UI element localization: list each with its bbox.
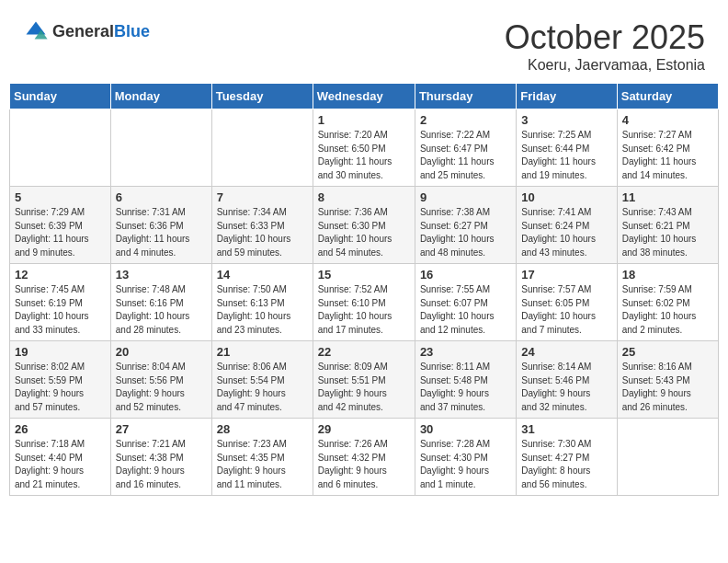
calendar-cell xyxy=(617,419,718,496)
day-number: 18 xyxy=(622,268,713,282)
calendar-table: SundayMondayTuesdayWednesdayThursdayFrid… xyxy=(9,83,719,496)
day-info: Sunrise: 7:43 AM Sunset: 6:21 PM Dayligh… xyxy=(622,206,713,259)
calendar-week-2: 5Sunrise: 7:29 AM Sunset: 6:39 PM Daylig… xyxy=(10,187,719,264)
calendar-cell: 21Sunrise: 8:06 AM Sunset: 5:54 PM Dayli… xyxy=(211,341,313,419)
day-number: 1 xyxy=(318,113,410,127)
month-title: October 2025 xyxy=(505,18,705,57)
calendar-cell xyxy=(10,109,111,187)
day-info: Sunrise: 8:02 AM Sunset: 5:59 PM Dayligh… xyxy=(15,361,106,414)
calendar-cell: 20Sunrise: 8:04 AM Sunset: 5:56 PM Dayli… xyxy=(110,341,211,419)
logo: GeneralBlue xyxy=(23,18,150,44)
day-info: Sunrise: 7:22 AM Sunset: 6:47 PM Dayligh… xyxy=(420,129,511,182)
day-info: Sunrise: 7:38 AM Sunset: 6:27 PM Dayligh… xyxy=(420,206,511,259)
calendar-cell: 18Sunrise: 7:59 AM Sunset: 6:02 PM Dayli… xyxy=(617,264,718,341)
day-number: 30 xyxy=(420,422,511,436)
day-number: 19 xyxy=(15,345,106,359)
day-info: Sunrise: 7:48 AM Sunset: 6:16 PM Dayligh… xyxy=(116,283,207,337)
day-number: 7 xyxy=(217,190,308,204)
day-info: Sunrise: 7:26 AM Sunset: 4:32 PM Dayligh… xyxy=(318,438,410,491)
day-info: Sunrise: 7:23 AM Sunset: 4:35 PM Dayligh… xyxy=(217,438,308,491)
day-info: Sunrise: 7:45 AM Sunset: 6:19 PM Dayligh… xyxy=(15,283,106,337)
calendar-header-sunday: Sunday xyxy=(10,84,111,109)
day-number: 24 xyxy=(521,345,611,359)
day-info: Sunrise: 7:20 AM Sunset: 6:50 PM Dayligh… xyxy=(318,129,410,182)
calendar-header-tuesday: Tuesday xyxy=(211,84,313,109)
calendar-cell: 11Sunrise: 7:43 AM Sunset: 6:21 PM Dayli… xyxy=(617,187,718,264)
day-info: Sunrise: 7:28 AM Sunset: 4:30 PM Dayligh… xyxy=(420,438,511,491)
calendar-week-5: 26Sunrise: 7:18 AM Sunset: 4:40 PM Dayli… xyxy=(10,419,719,496)
calendar-cell: 5Sunrise: 7:29 AM Sunset: 6:39 PM Daylig… xyxy=(10,187,111,264)
calendar-cell: 15Sunrise: 7:52 AM Sunset: 6:10 PM Dayli… xyxy=(313,264,415,341)
day-number: 27 xyxy=(116,422,207,436)
logo-general-text: General xyxy=(52,22,114,41)
calendar-cell: 19Sunrise: 8:02 AM Sunset: 5:59 PM Dayli… xyxy=(10,341,111,419)
day-number: 29 xyxy=(318,422,410,436)
calendar-cell: 30Sunrise: 7:28 AM Sunset: 4:30 PM Dayli… xyxy=(415,419,516,496)
calendar-header-saturday: Saturday xyxy=(617,84,718,109)
day-info: Sunrise: 7:29 AM Sunset: 6:39 PM Dayligh… xyxy=(15,206,106,259)
day-info: Sunrise: 7:55 AM Sunset: 6:07 PM Dayligh… xyxy=(420,283,511,337)
calendar-cell: 9Sunrise: 7:38 AM Sunset: 6:27 PM Daylig… xyxy=(415,187,516,264)
day-number: 26 xyxy=(15,422,106,436)
day-info: Sunrise: 7:36 AM Sunset: 6:30 PM Dayligh… xyxy=(318,206,410,259)
calendar-cell xyxy=(211,109,313,187)
calendar-cell: 25Sunrise: 8:16 AM Sunset: 5:43 PM Dayli… xyxy=(617,341,718,419)
calendar-cell: 23Sunrise: 8:11 AM Sunset: 5:48 PM Dayli… xyxy=(415,341,516,419)
location-title: Koeru, Jaervamaa, Estonia xyxy=(505,57,705,74)
page-header: GeneralBlue October 2025 Koeru, Jaervama… xyxy=(9,9,719,78)
day-info: Sunrise: 8:14 AM Sunset: 5:46 PM Dayligh… xyxy=(521,361,611,414)
calendar-header-row: SundayMondayTuesdayWednesdayThursdayFrid… xyxy=(10,84,719,109)
day-info: Sunrise: 7:27 AM Sunset: 6:42 PM Dayligh… xyxy=(622,129,713,182)
calendar-cell: 16Sunrise: 7:55 AM Sunset: 6:07 PM Dayli… xyxy=(415,264,516,341)
day-info: Sunrise: 8:11 AM Sunset: 5:48 PM Dayligh… xyxy=(420,361,511,414)
calendar-cell: 27Sunrise: 7:21 AM Sunset: 4:38 PM Dayli… xyxy=(110,419,211,496)
day-info: Sunrise: 7:59 AM Sunset: 6:02 PM Dayligh… xyxy=(622,283,713,337)
calendar-week-3: 12Sunrise: 7:45 AM Sunset: 6:19 PM Dayli… xyxy=(10,264,719,341)
calendar-cell: 24Sunrise: 8:14 AM Sunset: 5:46 PM Dayli… xyxy=(517,341,617,419)
day-number: 11 xyxy=(622,190,713,204)
calendar-cell: 13Sunrise: 7:48 AM Sunset: 6:16 PM Dayli… xyxy=(110,264,211,341)
calendar-cell: 10Sunrise: 7:41 AM Sunset: 6:24 PM Dayli… xyxy=(517,187,617,264)
day-number: 13 xyxy=(116,268,207,282)
calendar-header-monday: Monday xyxy=(110,84,211,109)
day-number: 20 xyxy=(116,345,207,359)
day-info: Sunrise: 7:57 AM Sunset: 6:05 PM Dayligh… xyxy=(521,283,611,337)
day-number: 31 xyxy=(521,422,611,436)
day-number: 8 xyxy=(318,190,410,204)
day-number: 21 xyxy=(217,345,308,359)
day-info: Sunrise: 7:30 AM Sunset: 4:27 PM Dayligh… xyxy=(521,438,611,491)
logo-blue-text: Blue xyxy=(114,22,150,41)
day-info: Sunrise: 8:06 AM Sunset: 5:54 PM Dayligh… xyxy=(217,361,308,414)
day-number: 6 xyxy=(116,190,207,204)
day-info: Sunrise: 7:34 AM Sunset: 6:33 PM Dayligh… xyxy=(217,206,308,259)
calendar-cell: 29Sunrise: 7:26 AM Sunset: 4:32 PM Dayli… xyxy=(313,419,415,496)
day-number: 2 xyxy=(420,113,511,127)
day-number: 14 xyxy=(217,268,308,282)
calendar-cell: 8Sunrise: 7:36 AM Sunset: 6:30 PM Daylig… xyxy=(313,187,415,264)
day-info: Sunrise: 7:41 AM Sunset: 6:24 PM Dayligh… xyxy=(521,206,611,259)
calendar-header-wednesday: Wednesday xyxy=(313,84,415,109)
title-area: October 2025 Koeru, Jaervamaa, Estonia xyxy=(505,18,705,74)
day-number: 12 xyxy=(15,268,106,282)
day-info: Sunrise: 7:50 AM Sunset: 6:13 PM Dayligh… xyxy=(217,283,308,337)
calendar-cell: 2Sunrise: 7:22 AM Sunset: 6:47 PM Daylig… xyxy=(415,109,516,187)
calendar-cell: 26Sunrise: 7:18 AM Sunset: 4:40 PM Dayli… xyxy=(10,419,111,496)
day-number: 9 xyxy=(420,190,511,204)
day-number: 25 xyxy=(622,345,713,359)
day-info: Sunrise: 8:04 AM Sunset: 5:56 PM Dayligh… xyxy=(116,361,207,414)
calendar-cell: 22Sunrise: 8:09 AM Sunset: 5:51 PM Dayli… xyxy=(313,341,415,419)
calendar-header-friday: Friday xyxy=(517,84,617,109)
calendar-week-1: 1Sunrise: 7:20 AM Sunset: 6:50 PM Daylig… xyxy=(10,109,719,187)
day-number: 22 xyxy=(318,345,410,359)
day-number: 5 xyxy=(15,190,106,204)
calendar-week-4: 19Sunrise: 8:02 AM Sunset: 5:59 PM Dayli… xyxy=(10,341,719,419)
calendar-cell: 3Sunrise: 7:25 AM Sunset: 6:44 PM Daylig… xyxy=(517,109,617,187)
calendar-cell: 17Sunrise: 7:57 AM Sunset: 6:05 PM Dayli… xyxy=(517,264,617,341)
day-info: Sunrise: 7:25 AM Sunset: 6:44 PM Dayligh… xyxy=(521,129,611,182)
day-info: Sunrise: 8:09 AM Sunset: 5:51 PM Dayligh… xyxy=(318,361,410,414)
calendar-cell: 4Sunrise: 7:27 AM Sunset: 6:42 PM Daylig… xyxy=(617,109,718,187)
day-number: 3 xyxy=(521,113,611,127)
day-info: Sunrise: 7:52 AM Sunset: 6:10 PM Dayligh… xyxy=(318,283,410,337)
calendar-cell: 6Sunrise: 7:31 AM Sunset: 6:36 PM Daylig… xyxy=(110,187,211,264)
day-number: 23 xyxy=(420,345,511,359)
